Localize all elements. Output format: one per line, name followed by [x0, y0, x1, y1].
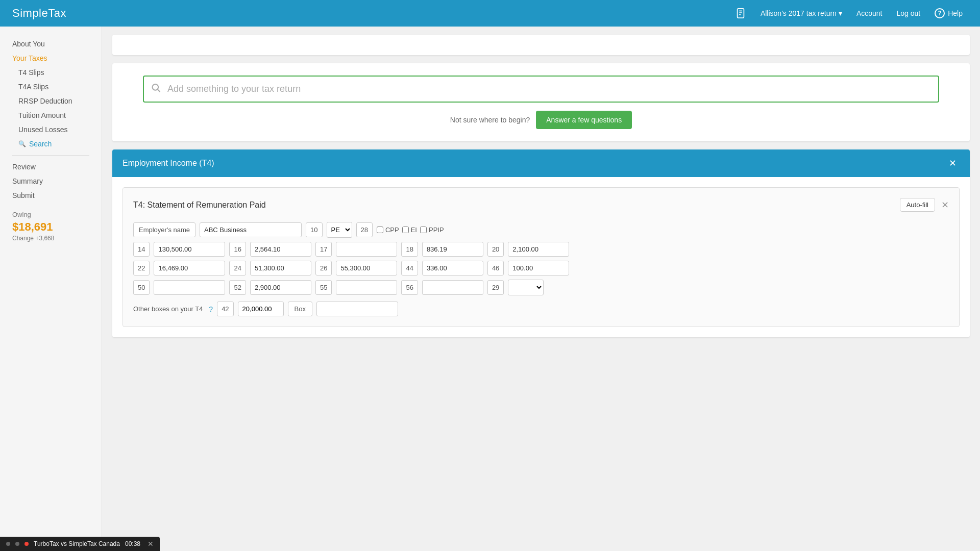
account-button[interactable]: Account — [851, 6, 888, 20]
svg-point-4 — [153, 84, 159, 90]
box18-input[interactable] — [422, 242, 483, 257]
box56-input[interactable] — [422, 280, 483, 295]
ppip-label: PPIP — [429, 226, 444, 234]
search-icon — [151, 83, 161, 95]
video-time: 00:38 — [125, 540, 140, 547]
box16-input[interactable] — [250, 242, 311, 257]
svg-line-5 — [158, 89, 160, 92]
ei-label: EI — [411, 226, 417, 234]
sidebar-item-submit[interactable]: Submit — [0, 188, 102, 203]
search-section: Not sure where to begin? Answer a few qu… — [112, 63, 970, 141]
sidebar-item-t4a-slips[interactable]: T4A Slips — [0, 80, 102, 94]
employment-income-section: Employment Income (T4) ✕ T4: Statement o… — [112, 149, 970, 337]
sidebar-item-your-taxes[interactable]: Your Taxes — [0, 51, 102, 65]
sidebar-item-tuition-amount[interactable]: Tuition Amount — [0, 108, 102, 122]
box52-input[interactable] — [250, 280, 311, 295]
document-icon — [730, 5, 751, 22]
sidebar: About You Your Taxes T4 Slips T4A Slips … — [0, 27, 102, 551]
box44-input[interactable] — [422, 261, 483, 276]
box16-num: 16 — [229, 242, 246, 257]
video-recording-dot — [24, 542, 29, 546]
checkbox-group: CPP EI PPIP — [377, 226, 444, 234]
add-something-input[interactable] — [143, 76, 939, 103]
logout-button[interactable]: Log out — [891, 6, 925, 20]
sidebar-item-search[interactable]: 🔍 Search — [0, 137, 102, 151]
box14-input[interactable] — [154, 242, 225, 257]
owing-change: Change +3,668 — [12, 235, 89, 242]
video-bar: TurboTax vs SimpleTax Canada 00:38 ✕ — [0, 537, 160, 551]
box14-num: 14 — [133, 242, 150, 257]
box18-num: 18 — [401, 242, 418, 257]
other-box-num: 42 — [217, 302, 233, 316]
other-boxes-help-icon[interactable]: ? — [209, 305, 213, 313]
sidebar-item-summary[interactable]: Summary — [0, 174, 102, 188]
ei-checkbox[interactable] — [402, 227, 409, 233]
search-box-wrapper — [143, 76, 939, 103]
box55-input[interactable] — [336, 280, 397, 295]
box50-input[interactable] — [154, 280, 225, 295]
autofill-button[interactable]: Auto-fill — [900, 198, 935, 212]
employer-name-label: Employer's name — [133, 222, 195, 237]
box22-input[interactable] — [154, 261, 225, 276]
sidebar-label-t4-slips: T4 Slips — [18, 68, 44, 77]
owing-amount: $18,691 — [12, 220, 89, 234]
other-box-value-input[interactable] — [238, 302, 284, 316]
sidebar-label-rrsp: RRSP Deduction — [18, 97, 72, 105]
video-title: TurboTax vs SimpleTax Canada — [34, 540, 120, 547]
other-boxes-row: Other boxes on your T4 ? 42 Box — [133, 302, 949, 316]
answer-questions-button[interactable]: Answer a few questions — [536, 111, 632, 129]
cpp-checkbox[interactable] — [377, 227, 383, 233]
box17-input[interactable] — [336, 242, 397, 257]
t4-data-row-2: 22 24 26 44 46 — [133, 261, 949, 276]
t4-close-button[interactable]: ✕ — [941, 199, 949, 211]
employment-header: Employment Income (T4) ✕ — [112, 149, 970, 177]
box29-select[interactable] — [508, 280, 544, 295]
top-card — [112, 35, 970, 55]
logo: SimpleTax — [12, 7, 730, 20]
header-nav: Allison's 2017 tax return ▾ Account Log … — [730, 5, 968, 22]
province-select[interactable]: PE AB BC MB NB NL NS NT NU ON QC SK YT — [327, 222, 352, 238]
sidebar-label-submit: Submit — [12, 191, 35, 199]
video-close-button[interactable]: ✕ — [148, 540, 154, 548]
employer-name-input[interactable] — [200, 222, 302, 237]
sidebar-item-about-you[interactable]: About You — [0, 37, 102, 51]
help-button[interactable]: ? Help — [929, 5, 968, 21]
box26-input[interactable] — [336, 261, 397, 276]
box56-num: 56 — [401, 280, 418, 295]
tax-return-selector[interactable]: Allison's 2017 tax return ▾ — [755, 6, 847, 20]
t4-data-row-3: 50 52 55 56 29 — [133, 280, 949, 295]
box-description-input[interactable] — [316, 302, 398, 316]
tax-return-label: Allison's 2017 tax return — [761, 9, 837, 17]
t4-data-row-1: 14 16 17 18 20 — [133, 242, 949, 257]
box24-input[interactable] — [250, 261, 311, 276]
ei-checkbox-item: EI — [402, 226, 417, 234]
t4-card: T4: Statement of Remuneration Paid Auto-… — [122, 187, 960, 327]
sidebar-label-t4a-slips: T4A Slips — [18, 83, 48, 91]
help-circle-icon: ? — [935, 8, 945, 18]
t4-card-actions: Auto-fill ✕ — [900, 198, 949, 212]
box28-label: 28 — [356, 222, 373, 237]
box29-num: 29 — [487, 280, 504, 295]
box46-num: 46 — [487, 261, 504, 276]
t4-card-header: T4: Statement of Remuneration Paid Auto-… — [133, 198, 949, 212]
box55-num: 55 — [315, 280, 332, 295]
box-button[interactable]: Box — [288, 302, 312, 316]
main-content: Not sure where to begin? Answer a few qu… — [102, 27, 980, 551]
box10-label: 10 — [306, 222, 322, 237]
box46-input[interactable] — [508, 261, 569, 276]
box17-num: 17 — [315, 242, 332, 257]
employment-close-button[interactable]: ✕ — [946, 157, 960, 170]
box24-num: 24 — [229, 261, 246, 276]
sidebar-item-t4-slips[interactable]: T4 Slips — [0, 65, 102, 80]
sidebar-item-rrsp-deduction[interactable]: RRSP Deduction — [0, 94, 102, 108]
box20-input[interactable] — [508, 242, 569, 257]
page-wrapper: About You Your Taxes T4 Slips T4A Slips … — [0, 27, 980, 551]
box22-num: 22 — [133, 261, 150, 276]
sidebar-item-unused-losses[interactable]: Unused Losses — [0, 122, 102, 137]
sidebar-label-tuition: Tuition Amount — [18, 111, 66, 119]
ppip-checkbox[interactable] — [420, 227, 427, 233]
cpp-label: CPP — [385, 226, 399, 234]
sidebar-item-review[interactable]: Review — [0, 160, 102, 174]
search-hint-row: Not sure where to begin? Answer a few qu… — [143, 111, 939, 129]
header: SimpleTax Allison's 2017 tax return ▾ Ac… — [0, 0, 980, 27]
